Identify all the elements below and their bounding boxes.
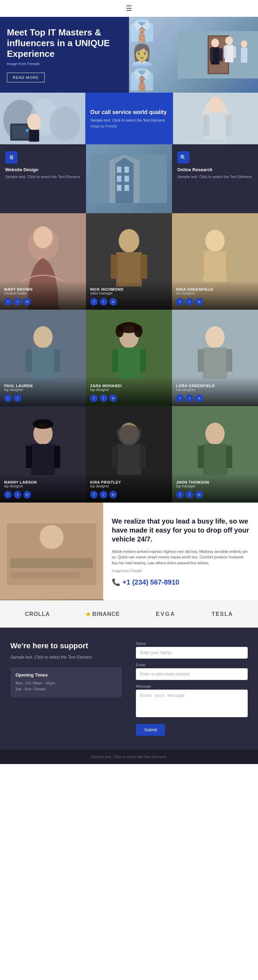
twitter-icon-8[interactable]: t bbox=[100, 491, 107, 498]
contact-form: Name Email Message Submit bbox=[136, 641, 248, 736]
online-research-icon: 🔍 bbox=[177, 151, 190, 164]
team-section: MARY BROWN creative leader f t in NICK R… bbox=[0, 213, 258, 503]
name-input[interactable] bbox=[136, 647, 248, 659]
email-input[interactable] bbox=[136, 668, 248, 680]
hamburger-icon[interactable]: ☰ bbox=[126, 4, 132, 13]
svg-rect-70 bbox=[31, 444, 55, 475]
svg-point-41 bbox=[119, 229, 139, 253]
svg-rect-77 bbox=[112, 446, 118, 468]
instagram-icon-8[interactable]: in bbox=[109, 491, 117, 498]
service-image-right bbox=[173, 93, 258, 144]
twitter-icon-4[interactable]: t bbox=[14, 395, 21, 402]
instagram-icon-7[interactable]: in bbox=[24, 491, 31, 498]
team-card-6[interactable]: LORA GREENFIELD top designer f t in bbox=[172, 310, 258, 406]
instagram-icon-2[interactable]: in bbox=[109, 298, 117, 305]
twitter-icon-2[interactable]: t bbox=[100, 298, 107, 305]
instagram-icon-9[interactable]: in bbox=[195, 491, 203, 498]
facebook-icon-8[interactable]: f bbox=[90, 491, 98, 498]
brand-evga: EVGA bbox=[156, 611, 176, 617]
svg-rect-48 bbox=[198, 253, 204, 275]
team-socials-4: f t bbox=[4, 395, 82, 402]
message-field-group: Message bbox=[136, 684, 248, 719]
svg-rect-44 bbox=[140, 255, 147, 279]
read-more-button[interactable]: READ MORE bbox=[7, 73, 45, 82]
name-field-group: Name bbox=[136, 641, 248, 659]
feature-card-2 bbox=[86, 144, 172, 213]
contact-left: We're here to support Sample text. Click… bbox=[10, 641, 122, 736]
svg-rect-31 bbox=[117, 167, 122, 173]
team-role-4: top designer bbox=[4, 388, 82, 391]
facebook-icon-2[interactable]: f bbox=[90, 298, 98, 305]
hero-section: Meet Top IT Masters & influencers in a U… bbox=[0, 17, 258, 93]
facebook-icon-6[interactable]: f bbox=[176, 395, 184, 402]
svg-point-24 bbox=[208, 97, 223, 113]
team-name-6: LORA GREENFIELD bbox=[176, 384, 254, 388]
twitter-icon-9[interactable]: t bbox=[186, 491, 193, 498]
facebook-icon-3[interactable]: f bbox=[176, 298, 184, 305]
svg-rect-76 bbox=[117, 444, 141, 475]
team-name-9: JHON THOMSON bbox=[176, 480, 254, 484]
brands-section: CROLLA BINANCE EVGA TESLA bbox=[0, 600, 258, 628]
team-overlay-5: ZARA MOHANDI top designer f t in bbox=[86, 377, 172, 406]
team-overlay-7: MARRY LARSON top designer f t in bbox=[0, 473, 86, 503]
team-overlay-4: PAUL LAUREN top designer f t bbox=[0, 377, 86, 406]
instagram-icon-6[interactable]: in bbox=[195, 395, 203, 402]
website-design-icon: 🖥 bbox=[5, 151, 17, 164]
hero-image bbox=[129, 17, 258, 93]
team-overlay-3: NINA GREENFIELD top designer f t in bbox=[172, 280, 258, 310]
opening-times-title: Opening Times bbox=[16, 672, 117, 678]
team-role-7: top designer bbox=[4, 484, 82, 488]
contact-subtitle: Sample text. Click to select the Text El… bbox=[10, 654, 122, 660]
facebook-icon-5[interactable]: f bbox=[90, 395, 98, 402]
svg-rect-87 bbox=[10, 558, 93, 568]
instagram-icon-1[interactable]: in bbox=[24, 298, 31, 305]
instagram-icon-3[interactable]: in bbox=[195, 298, 203, 305]
svg-point-7 bbox=[225, 37, 233, 45]
facebook-icon-9[interactable]: f bbox=[176, 491, 184, 498]
twitter-icon-5[interactable]: t bbox=[100, 395, 107, 402]
twitter-icon-6[interactable]: t bbox=[186, 395, 193, 402]
svg-rect-53 bbox=[26, 349, 32, 372]
submit-button[interactable]: Submit bbox=[136, 724, 165, 736]
twitter-icon-3[interactable]: t bbox=[186, 298, 193, 305]
facebook-icon-1[interactable]: f bbox=[4, 298, 12, 305]
svg-rect-57 bbox=[117, 348, 141, 379]
team-role-9: top manager bbox=[176, 484, 254, 488]
team-name-5: ZARA MOHANDI bbox=[90, 384, 168, 388]
svg-point-73 bbox=[33, 419, 53, 429]
opening-line-2: Sat - Sun: Closed bbox=[16, 686, 117, 692]
svg-rect-82 bbox=[198, 446, 204, 468]
svg-rect-49 bbox=[226, 253, 232, 275]
team-card-1[interactable]: MARY BROWN creative leader f t in bbox=[0, 213, 86, 310]
message-input[interactable] bbox=[136, 690, 248, 717]
cta-section: We realize that you lead a busy life, so… bbox=[0, 503, 258, 600]
team-socials-9: f t in bbox=[176, 491, 254, 498]
team-card-9[interactable]: JHON THOMSON top manager f t in bbox=[172, 406, 258, 503]
brand-crolla: CROLLA bbox=[25, 611, 50, 617]
contact-section: We're here to support Sample text. Click… bbox=[0, 628, 258, 749]
svg-point-16 bbox=[49, 107, 80, 140]
svg-point-11 bbox=[241, 40, 247, 48]
team-card-2[interactable]: NICK RICHMOND sales manager f t in bbox=[86, 213, 172, 310]
svg-point-19 bbox=[25, 129, 29, 132]
team-role-1: creative leader bbox=[4, 291, 82, 295]
facebook-icon-4[interactable]: f bbox=[4, 395, 12, 402]
team-card-8[interactable]: KIRA PRISTLEY top designer f t in bbox=[86, 406, 172, 503]
cta-phone-number: +1 (234) 567-8910 bbox=[122, 578, 179, 586]
twitter-icon-7[interactable]: t bbox=[14, 491, 21, 498]
svg-rect-88 bbox=[10, 571, 79, 578]
team-socials-5: f t in bbox=[90, 395, 168, 402]
team-card-3[interactable]: NINA GREENFIELD top designer f t in bbox=[172, 213, 258, 310]
facebook-icon-7[interactable]: f bbox=[4, 491, 12, 498]
team-card-5[interactable]: ZARA MOHANDI top designer f t in bbox=[86, 310, 172, 406]
team-card-7[interactable]: MARRY LARSON top designer f t in bbox=[0, 406, 86, 503]
svg-rect-59 bbox=[140, 349, 146, 372]
team-overlay-9: JHON THOMSON top manager f t in bbox=[172, 473, 258, 503]
service-center-image-credit: Image by Freepik bbox=[90, 124, 168, 128]
svg-point-86 bbox=[40, 525, 63, 549]
twitter-icon-1[interactable]: t bbox=[14, 298, 21, 305]
team-card-4[interactable]: PAUL LAUREN top designer f t bbox=[0, 310, 86, 406]
email-field-group: Email bbox=[136, 663, 248, 680]
instagram-icon-5[interactable]: in bbox=[109, 395, 117, 402]
cta-image bbox=[0, 503, 103, 600]
